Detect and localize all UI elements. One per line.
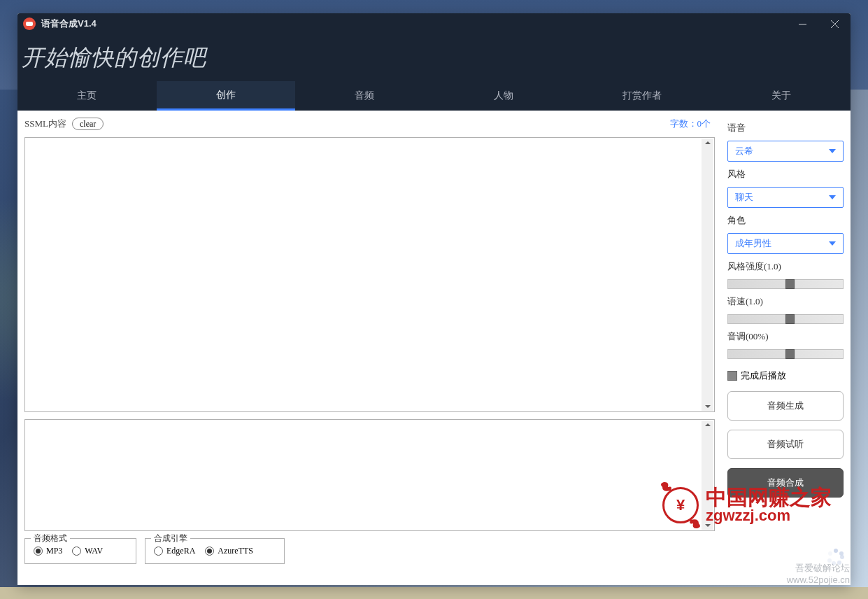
slogan: 开始愉快的创作吧 — [22, 43, 206, 73]
tab-label: 人物 — [494, 90, 513, 102]
generate-button[interactable]: 音频生成 — [727, 391, 844, 421]
button-label: 音频生成 — [767, 400, 804, 412]
role-select[interactable]: 成年男性 — [727, 233, 844, 254]
tab-label: 关于 — [771, 90, 791, 102]
nav-tabs: 主页 创作 音频 人物 打赏作者 关于 — [17, 81, 851, 111]
pitch-label: 音调(00%) — [727, 330, 844, 343]
scrollbar[interactable] — [702, 139, 713, 411]
slider-thumb[interactable] — [785, 314, 795, 324]
audio-format-group: 音频格式 MP3 WAV — [24, 538, 136, 564]
output-textarea[interactable] — [24, 419, 715, 531]
select-value: 聊天 — [735, 191, 753, 204]
chevron-down-icon — [829, 195, 836, 199]
radio-label: AzureTTS — [218, 546, 253, 556]
play-after-checkbox[interactable]: 完成后播放 — [727, 369, 844, 382]
watermark-cn: 中国网赚之家 — [706, 487, 832, 508]
radio-icon — [34, 547, 43, 556]
tab-label: 主页 — [77, 90, 97, 102]
radio-icon — [72, 547, 81, 556]
tab-audio[interactable]: 音频 — [295, 81, 434, 111]
role-label: 角色 — [727, 214, 844, 227]
tab-label: 打赏作者 — [622, 90, 662, 102]
forum-watermark: 吾爱破解论坛 www.52pojie.cn — [787, 563, 850, 586]
bottom-groups: 音频格式 MP3 WAV 合成引擎 — [24, 538, 715, 564]
header: 开始愉快的创作吧 — [17, 34, 851, 81]
style-degree-slider[interactable] — [727, 279, 844, 289]
clear-button[interactable]: clear — [72, 118, 104, 130]
close-button[interactable] — [818, 13, 851, 34]
ssml-textarea[interactable] — [24, 137, 715, 412]
radio-edgera[interactable]: EdgeRA — [154, 546, 195, 556]
tab-label: 创作 — [216, 89, 236, 101]
button-label: 音频试听 — [767, 438, 804, 451]
left-column: SSML内容 clear 字数：0个 音频格式 — [24, 118, 715, 578]
pitch-slider[interactable] — [727, 349, 844, 359]
radio-azuretts[interactable]: AzureTTS — [205, 546, 253, 556]
radio-label: EdgeRA — [166, 546, 195, 556]
watermark-text: 中国网赚之家 zgwzzj.com — [706, 487, 832, 523]
rate-label: 语速(1.0) — [727, 295, 844, 308]
app-icon — [23, 17, 36, 30]
engine-legend: 合成引擎 — [151, 533, 190, 544]
voice-label: 语音 — [727, 122, 844, 134]
scroll-up-icon — [705, 141, 711, 144]
select-value: 成年男性 — [735, 237, 771, 250]
radio-mp3[interactable]: MP3 — [34, 546, 62, 556]
tab-donate[interactable]: 打赏作者 — [573, 81, 712, 111]
tab-about[interactable]: 关于 — [712, 81, 851, 111]
forum-line2: www.52pojie.cn — [787, 575, 850, 586]
scroll-down-icon — [705, 405, 711, 408]
radio-label: WAV — [85, 546, 103, 556]
checkbox-label: 完成后播放 — [741, 369, 786, 382]
tab-person[interactable]: 人物 — [434, 81, 574, 111]
radio-label: MP3 — [46, 546, 62, 556]
slider-thumb[interactable] — [785, 349, 795, 359]
checkbox-icon — [727, 371, 737, 381]
chevron-down-icon — [829, 149, 836, 153]
voice-select[interactable]: 云希 — [727, 141, 844, 162]
ssml-header-row: SSML内容 clear 字数：0个 — [24, 118, 715, 130]
select-value: 云希 — [735, 145, 753, 157]
chevron-down-icon — [829, 241, 836, 246]
tab-label: 音频 — [355, 90, 374, 102]
radio-icon — [205, 547, 214, 556]
watermark-en: zgwzzj.com — [706, 508, 832, 523]
forum-line1: 吾爱破解论坛 — [787, 563, 850, 575]
minimize-button[interactable] — [786, 13, 818, 34]
ssml-label: SSML内容 — [24, 118, 66, 130]
rate-slider[interactable] — [727, 314, 844, 324]
titlebar: 语音合成V1.4 — [17, 13, 851, 34]
preview-button[interactable]: 音频试听 — [727, 430, 844, 459]
app-title: 语音合成V1.4 — [41, 17, 97, 30]
engine-group: 合成引擎 EdgeRA AzureTTS — [145, 538, 285, 564]
watermark-logo: ¥ 中国网赚之家 zgwzzj.com — [660, 480, 848, 530]
tab-home[interactable]: 主页 — [17, 81, 157, 111]
tab-create[interactable]: 创作 — [157, 81, 296, 111]
radio-wav[interactable]: WAV — [72, 546, 103, 556]
style-select[interactable]: 聊天 — [727, 187, 844, 208]
style-degree-label: 风格强度(1.0) — [727, 260, 844, 273]
radio-icon — [154, 547, 163, 556]
slider-thumb[interactable] — [785, 279, 795, 289]
style-label: 风格 — [727, 168, 844, 181]
char-count: 字数：0个 — [670, 118, 711, 130]
coin-icon: ¥ — [660, 484, 702, 526]
scroll-up-icon — [705, 423, 711, 426]
audio-format-legend: 音频格式 — [31, 533, 70, 544]
